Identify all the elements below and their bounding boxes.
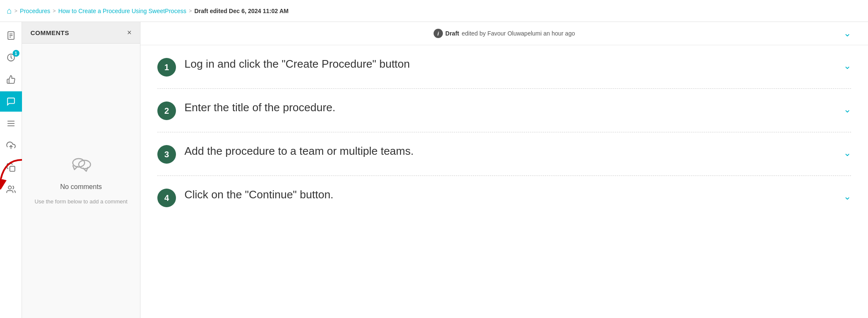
content-area: i Draft edited by Favour Oluwapelumi an … [140,22,868,318]
collapse-button[interactable]: ⌄ [843,28,851,39]
history-badge: 1 [13,50,19,57]
draft-word: Draft [445,30,459,37]
breadcrumb: ⌂ > Procedures > How to Create a Procedu… [0,0,868,22]
icon-bar: 1 [0,22,22,318]
step-number-3: 3 [157,145,176,164]
sidebar-item-upload[interactable] [0,135,22,156]
step-chevron-1[interactable]: ⌄ [843,60,851,71]
sidebar-item-document[interactable] [0,25,22,46]
comments-body: No comments Use the form below to add a … [22,44,140,318]
breadcrumb-procedure-title[interactable]: How to Create a Procedure Using SweetPro… [58,8,187,14]
breadcrumb-draft-status: Draft edited Dec 6, 2024 11:02 AM [194,8,288,14]
step-text-3: Add the procedure to a team or multiple … [184,144,835,159]
step-item: 1 Log in and click the "Create Procedure… [157,45,851,89]
content-header: i Draft edited by Favour Oluwapelumi an … [140,22,868,45]
breadcrumb-sep3: > [189,8,192,14]
comments-hint: Use the form below to add a comment [35,197,128,206]
home-icon[interactable]: ⌂ [7,6,12,16]
step-text-1: Log in and click the "Create Procedure" … [184,57,835,71]
no-comments-icon [70,156,92,178]
step-item: 2 Enter the title of the procedure. ⌄ [157,89,851,132]
sidebar-item-comment[interactable] [0,91,22,112]
step-chevron-2[interactable]: ⌄ [843,104,851,115]
no-comments-text: No comments [60,183,102,191]
draft-badge: i Draft edited by Favour Oluwapelumi an … [434,29,575,38]
step-number-4: 4 [157,189,176,207]
step-number-2: 2 [157,101,176,120]
step-text-2: Enter the title of the procedure. [184,101,835,115]
step-chevron-4[interactable]: ⌄ [843,191,851,202]
svg-rect-9 [10,166,15,171]
sidebar-item-like[interactable] [0,69,22,90]
sidebar-item-copy[interactable] [0,157,22,178]
step-number-1: 1 [157,58,176,77]
sidebar-item-team[interactable] [0,179,22,200]
sidebar-item-list[interactable] [0,113,22,134]
breadcrumb-sep1: > [14,8,17,14]
step-item: 4 Click on the "Continue" button. ⌄ [157,176,851,219]
comments-header: COMMENTS × [22,22,140,44]
svg-point-10 [8,186,11,189]
draft-meta: edited by Favour Oluwapelumi an hour ago [461,30,575,37]
info-icon: i [434,29,443,38]
step-chevron-3[interactable]: ⌄ [843,148,851,159]
sidebar-item-history[interactable]: 1 [0,47,22,68]
steps-list: 1 Log in and click the "Create Procedure… [140,45,868,219]
step-item: 3 Add the procedure to a team or multipl… [157,132,851,176]
comments-close-button[interactable]: × [127,29,132,36]
breadcrumb-procedures[interactable]: Procedures [20,8,50,14]
comments-panel: COMMENTS × No comments Use the form belo… [22,22,140,318]
step-text-4: Click on the "Continue" button. [184,188,835,202]
breadcrumb-sep2: > [53,8,56,14]
comments-title: COMMENTS [30,29,69,36]
